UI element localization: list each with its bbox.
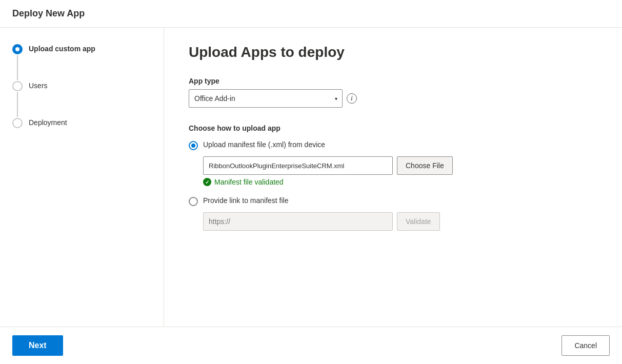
validation-message: Manifest file validated [203, 178, 597, 186]
app-type-label: App type [189, 77, 597, 85]
check-icon [203, 178, 211, 186]
step-label-users: Users [29, 81, 48, 90]
validation-text: Manifest file validated [214, 178, 284, 186]
upload-method-section: Choose how to upload app Upload manifest… [189, 124, 597, 231]
validate-button[interactable]: Validate [397, 212, 440, 231]
app-type-select[interactable]: Office Add-in Teams App [189, 89, 343, 108]
step-connector-3 [12, 118, 23, 128]
app-type-select-wrapper: Office Add-in Teams App ▾ [189, 89, 343, 108]
url-input-row: Validate [203, 212, 597, 231]
info-icon[interactable]: i [347, 93, 357, 104]
main-layout: Upload custom app Users Deployment Uploa… [0, 28, 622, 327]
radio-manifest-link[interactable] [189, 197, 198, 206]
step-line-1 [17, 55, 18, 80]
step-circle-2 [12, 81, 23, 91]
radio-manifest-file[interactable] [189, 141, 198, 150]
radio-manifest-link-label: Provide link to manifest file [203, 196, 289, 205]
app-type-section: App type Office Add-in Teams App ▾ i [189, 77, 597, 108]
step-deployment: Deployment [12, 118, 151, 128]
step-circle-1 [12, 44, 23, 54]
file-input-row: Choose File [203, 156, 597, 175]
page-title: Upload Apps to deploy [189, 44, 597, 60]
step-upload-custom-app: Upload custom app [12, 44, 151, 81]
step-connector-2 [12, 81, 23, 118]
footer: Next Cancel [0, 327, 622, 364]
radio-manifest-file-label: Upload manifest file (.xml) from device [203, 140, 325, 149]
radio-option-manifest-file: Upload manifest file (.xml) from device [189, 140, 597, 150]
upload-section-label: Choose how to upload app [189, 124, 597, 132]
step-label-upload: Upload custom app [29, 44, 95, 53]
step-line-2 [17, 92, 18, 117]
step-connector-1 [12, 44, 23, 81]
content-area: Upload Apps to deploy App type Office Ad… [164, 28, 622, 327]
app-type-row: Office Add-in Teams App ▾ i [189, 89, 597, 108]
file-name-input[interactable] [203, 156, 393, 175]
page-header-title: Deploy New App [12, 8, 85, 18]
step-users: Users [12, 81, 151, 118]
choose-file-button[interactable]: Choose File [397, 156, 453, 175]
step-circle-3 [12, 118, 23, 128]
cancel-button[interactable]: Cancel [561, 335, 610, 356]
url-input[interactable] [203, 212, 393, 231]
radio-option-manifest-link: Provide link to manifest file [189, 196, 597, 206]
next-button[interactable]: Next [12, 335, 63, 356]
header: Deploy New App [0, 0, 622, 28]
sidebar: Upload custom app Users Deployment [0, 28, 164, 327]
step-label-deployment: Deployment [29, 118, 67, 127]
